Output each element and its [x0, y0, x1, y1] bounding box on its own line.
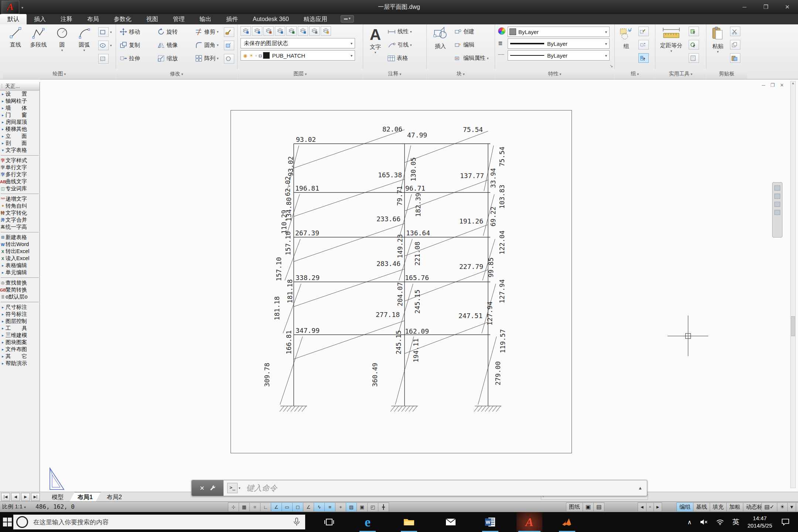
canvas-minimize-icon[interactable]: ─ — [762, 82, 765, 88]
edit-attributes-button[interactable]: 编辑属性▾ — [455, 55, 489, 62]
viewport-prev-icon[interactable]: ◂ — [638, 502, 647, 512]
command-close-icon[interactable]: ✕ — [200, 485, 204, 492]
scale-button[interactable]: 缩放 — [157, 55, 178, 62]
palette-item[interactable]: ▸文件布图 — [0, 346, 40, 353]
calculator-button[interactable] — [689, 53, 699, 63]
circle-button[interactable]: 圆▾ — [52, 27, 72, 52]
scroll-up-icon[interactable]: ▲ — [791, 81, 795, 85]
layer-tool-icon-8[interactable] — [321, 26, 331, 36]
palette-title[interactable]: 天正... — [0, 82, 40, 91]
status-toggle-ortho[interactable]: ∟ — [260, 502, 271, 512]
status-toggle-osnap[interactable]: ◻ — [292, 502, 303, 512]
status-menu-icon[interactable]: ▾ — [787, 502, 796, 512]
status-toggle-grid[interactable]: ⌗ — [249, 502, 260, 512]
layer-tool-icon-7[interactable] — [309, 26, 320, 36]
palette-item[interactable]: ▸工 具 — [0, 325, 40, 332]
palette-item[interactable]: ◎查找替换 — [0, 279, 40, 286]
status-toggle-polar[interactable]: ∠ — [271, 502, 282, 512]
trim-button[interactable]: 修剪▾ — [195, 28, 219, 35]
start-button[interactable] — [3, 518, 12, 526]
wifi-icon[interactable] — [716, 519, 724, 525]
arc-button[interactable]: 圆弧▾ — [74, 27, 95, 52]
ribbon-tab-输出[interactable]: 输出 — [192, 14, 219, 24]
insert-block-button[interactable]: 插入 — [429, 27, 452, 50]
layer-tool-icon-4[interactable] — [275, 26, 285, 36]
group-add-remove-button[interactable] — [638, 40, 649, 50]
command-input[interactable]: 键入命令 — [246, 483, 277, 493]
palette-item[interactable]: ▸楼梯其他 — [0, 126, 40, 133]
layer-tool-icon-2[interactable] — [252, 26, 262, 36]
vertical-scrollbar[interactable]: ▲ — [790, 81, 796, 488]
last-layout-button[interactable]: ▶| — [31, 493, 40, 501]
status-toggle-transparency[interactable]: ▨ — [346, 502, 357, 512]
lineweight-dropdown[interactable]: ByLayer▾ — [508, 38, 610, 49]
layer-tool-icon-5[interactable] — [286, 26, 297, 36]
canvas-restore-icon[interactable]: ❐ — [770, 82, 775, 88]
palette-item[interactable]: X读入Excel — [0, 255, 40, 262]
tab-model[interactable]: 模型 — [44, 492, 72, 502]
layer-tool-icon-1[interactable] — [241, 26, 251, 36]
linear-dimension-button[interactable]: 线性▾ — [388, 28, 412, 35]
quick-select-button[interactable] — [689, 27, 699, 36]
panel-label-layers[interactable]: 图层 — [238, 69, 363, 79]
palette-item[interactable]: ¹²³递增文字 — [0, 195, 40, 202]
copy-button[interactable]: 复制 — [120, 41, 140, 49]
paste-special-button[interactable] — [730, 53, 740, 63]
taskbar-app-explorer[interactable] — [396, 512, 422, 532]
next-layout-button[interactable]: ▶ — [21, 493, 30, 501]
status-toggle-isodraft[interactable]: ▭ — [282, 502, 293, 512]
move-button[interactable]: 移动 — [120, 28, 140, 35]
tarch-toggle-基线[interactable]: 基线 — [693, 502, 710, 512]
canvas-close-icon[interactable]: ✕ — [780, 82, 784, 88]
create-block-button[interactable]: 创建 — [455, 28, 474, 35]
status-toggle-dyn-ucs[interactable]: + — [335, 502, 346, 512]
command-expand-icon[interactable]: ▲ — [638, 485, 642, 491]
tab-layout2[interactable]: 布局2 — [99, 492, 130, 502]
panel-dialog-launcher[interactable]: ↘ — [610, 64, 613, 68]
status-toggle-dyn-input[interactable]: ϟ — [314, 502, 325, 512]
rectangle-button[interactable]: ▾ — [98, 27, 112, 37]
text-button[interactable]: A 文字▾ — [365, 27, 386, 54]
panel-label-utilities[interactable]: 实用工具 — [655, 69, 706, 79]
ribbon-tab-精选应用[interactable]: 精选应用 — [296, 14, 335, 24]
palette-item[interactable]: ⊞新建表格 — [0, 234, 40, 241]
action-center-icon[interactable] — [781, 518, 790, 526]
palette-item[interactable]: 并文字合并 — [0, 216, 40, 224]
palette-item[interactable]: ✦转角自纠 — [0, 202, 40, 209]
paste-button[interactable]: 粘贴▾ — [708, 27, 728, 54]
quick-view-drawings-icon[interactable]: ▤ — [593, 502, 604, 512]
palette-item[interactable]: ▸门 窗 — [0, 112, 40, 119]
status-toggle-lineweight[interactable]: ≡ — [324, 502, 335, 512]
taskbar-app-word[interactable]: W — [477, 512, 503, 532]
palette-item[interactable]: AB曲线文字 — [0, 178, 40, 185]
wrench-icon[interactable] — [209, 485, 216, 491]
taskbar-search[interactable]: 在这里输入你要搜索的内容 — [13, 515, 305, 529]
copy-clip-button[interactable] — [730, 40, 740, 50]
fillet-button[interactable]: 圆角▾ — [195, 41, 219, 49]
palette-item[interactable]: ▸房间屋顶 — [0, 119, 40, 126]
palette-item[interactable]: 字多行文字 — [0, 171, 40, 178]
palette-item[interactable]: ▸尺寸标注 — [0, 304, 40, 311]
tray-clock[interactable]: 14:47 2014/5/25 — [747, 515, 772, 530]
command-prompt-icon[interactable]: >_ — [227, 483, 238, 493]
palette-item[interactable]: GB繁简转换 — [0, 286, 40, 293]
panel-label-annotation[interactable]: 注释 — [363, 69, 426, 79]
tarch-toggle-填充[interactable]: 填充 — [710, 502, 727, 512]
line-button[interactable]: 直线 — [5, 27, 26, 48]
mirror-button[interactable]: 镜像 — [157, 41, 178, 49]
drawing-canvas[interactable]: ─ ❐ ✕ ▲ 93.0282.0647.9975.54196.8196.711… — [40, 79, 798, 492]
prev-layout-button[interactable]: ◀ — [11, 493, 20, 501]
cut-button[interactable] — [730, 27, 740, 36]
scrollbar-thumb[interactable] — [791, 316, 795, 336]
taskbar-app-mail[interactable] — [438, 512, 464, 532]
group-selection-toggle[interactable] — [638, 53, 649, 63]
ime-indicator[interactable]: 英 — [732, 517, 739, 527]
volume-muted-icon[interactable] — [700, 519, 708, 525]
taskbar-app-autocad[interactable]: A — [516, 512, 542, 532]
ribbon-tab-默认[interactable]: 默认 — [0, 14, 27, 24]
palette-item[interactable]: 字文字样式 — [0, 157, 40, 164]
layer-tool-icon-6[interactable] — [298, 26, 308, 36]
status-toggle-annotation-monitor[interactable]: ╋ — [378, 502, 389, 512]
color-dropdown[interactable]: ByLayer▾ — [508, 27, 610, 37]
panel-label-clipboard[interactable]: 剪贴板 — [706, 69, 747, 79]
